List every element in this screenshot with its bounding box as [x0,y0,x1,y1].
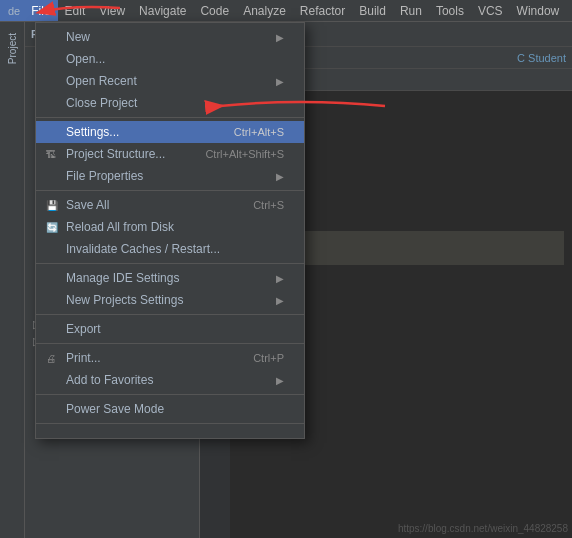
menu-item-new-label: New [66,30,276,44]
project-structure-shortcut: Ctrl+Alt+Shift+S [205,148,284,160]
menu-item-file-properties-label: File Properties [66,169,276,183]
menu-vcs[interactable]: VCS [471,0,510,21]
submenu-arrow-newprojects: ▶ [276,295,284,306]
menu-item-project-structure[interactable]: 🏗 Project Structure... Ctrl+Alt+Shift+S [36,143,304,165]
menu-build[interactable]: Build [352,0,393,21]
menu-item-invalidate-label: Invalidate Caches / Restart... [66,242,284,256]
settings-shortcut: Ctrl+Alt+S [234,126,284,138]
save-all-shortcut: Ctrl+S [253,199,284,211]
menu-item-invalidate[interactable]: Invalidate Caches / Restart... [36,238,304,260]
menu-item-new[interactable]: New ▶ [36,26,304,48]
menu-item-reload[interactable]: 🔄 Reload All from Disk [36,216,304,238]
save-all-icon: 💾 [46,200,62,211]
print-icon: 🖨 [46,353,62,364]
menu-item-export[interactable]: Export [36,318,304,340]
menu-item-project-structure-label: Project Structure... [66,147,185,161]
menu-code[interactable]: Code [193,0,236,21]
menu-item-add-favorites[interactable]: Add to Favorites ▶ [36,369,304,391]
menu-item-power-save-label: Power Save Mode [66,402,284,416]
menu-item-new-projects-label: New Projects Settings [66,293,276,307]
sep-3 [36,263,304,264]
project-structure-icon: 🏗 [46,149,62,160]
reload-icon: 🔄 [46,222,62,233]
menu-item-add-favorites-label: Add to Favorites [66,373,276,387]
watermark: https://blog.csdn.net/weixin_44828258 [398,523,568,534]
menu-analyze[interactable]: Analyze [236,0,293,21]
menu-de-label: de [0,0,24,21]
sep-1 [36,117,304,118]
menu-refactor[interactable]: Refactor [293,0,352,21]
file-menu-dropdown: New ▶ Open... Open Recent ▶ Close Projec… [35,22,305,439]
menu-item-settings-label: Settings... [66,125,214,139]
submenu-arrow-new: ▶ [276,32,284,43]
menu-item-open-label: Open... [66,52,284,66]
menu-edit[interactable]: Edit [58,0,93,21]
menu-item-file-properties[interactable]: File Properties ▶ [36,165,304,187]
sep-4 [36,314,304,315]
menu-item-exit[interactable] [36,427,304,435]
menu-item-new-projects[interactable]: New Projects Settings ▶ [36,289,304,311]
menu-run[interactable]: Run [393,0,429,21]
menu-item-power-save[interactable]: Power Save Mode [36,398,304,420]
menu-item-open-recent-label: Open Recent [66,74,276,88]
sep-5 [36,343,304,344]
print-shortcut: Ctrl+P [253,352,284,364]
menu-item-manage-ide[interactable]: Manage IDE Settings ▶ [36,267,304,289]
menu-tools[interactable]: Tools [429,0,471,21]
submenu-arrow-file-props: ▶ [276,171,284,182]
submenu-arrow-manage: ▶ [276,273,284,284]
sep-6 [36,394,304,395]
menu-item-open-recent[interactable]: Open Recent ▶ [36,70,304,92]
menu-item-print[interactable]: 🖨 Print... Ctrl+P [36,347,304,369]
menu-item-close-project-label: Close Project [66,96,284,110]
menu-item-export-label: Export [66,322,284,336]
menu-item-close-project[interactable]: Close Project [36,92,304,114]
menu-window[interactable]: Window [510,0,567,21]
menubar: de File Edit View Navigate Code Analyze … [0,0,572,22]
menu-item-settings[interactable]: Settings... Ctrl+Alt+S [36,121,304,143]
menu-item-open[interactable]: Open... [36,48,304,70]
sidebar-project-tab[interactable]: Project [5,27,20,70]
sep-7 [36,423,304,424]
sidebar: Project [0,22,25,538]
menu-item-manage-ide-label: Manage IDE Settings [66,271,276,285]
menu-view[interactable]: View [92,0,132,21]
sep-2 [36,190,304,191]
menu-item-print-label: Print... [66,351,233,365]
submenu-arrow-recent: ▶ [276,76,284,87]
menu-item-reload-label: Reload All from Disk [66,220,284,234]
toolbar-class-label: C Student [517,52,566,64]
menu-file[interactable]: File [24,0,57,21]
menu-navigate[interactable]: Navigate [132,0,193,21]
menu-item-save-all-label: Save All [66,198,233,212]
submenu-arrow-favorites: ▶ [276,375,284,386]
menu-item-save-all[interactable]: 💾 Save All Ctrl+S [36,194,304,216]
